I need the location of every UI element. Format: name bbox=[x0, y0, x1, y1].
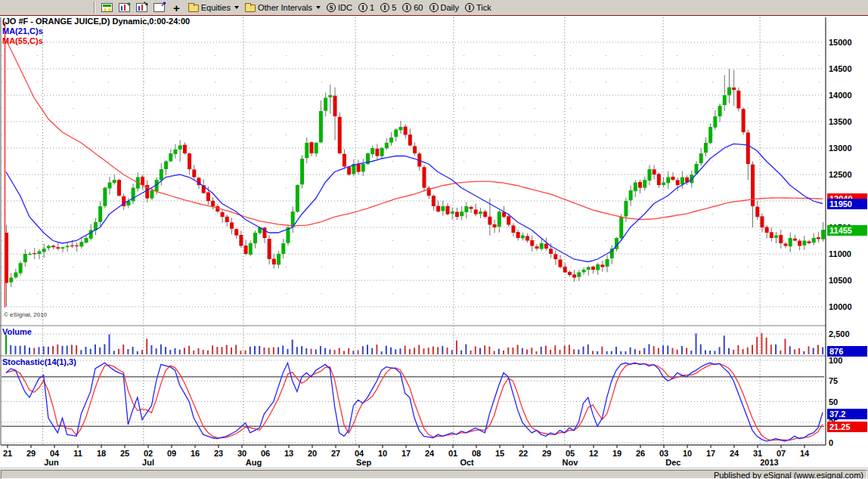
copyright-text: © eSignal, 2010 bbox=[4, 311, 47, 318]
chart-properties-button[interactable]: ↗ bbox=[150, 1, 168, 14]
svg-text:09: 09 bbox=[167, 449, 176, 458]
svg-text:21: 21 bbox=[3, 449, 12, 458]
svg-text:Nov: Nov bbox=[563, 458, 579, 467]
add-symbol-button[interactable]: + bbox=[168, 1, 185, 14]
interval-5-button[interactable]: I 5 bbox=[377, 1, 399, 14]
svg-text:05: 05 bbox=[566, 449, 575, 458]
svg-text:18: 18 bbox=[97, 449, 106, 458]
svg-text:14000: 14000 bbox=[829, 91, 852, 100]
svg-text:Jul: Jul bbox=[142, 458, 154, 467]
svg-text:11: 11 bbox=[73, 449, 82, 458]
chart-title: (JO #F - ORANGE JUICE,D) Dynamic,0:00-24… bbox=[2, 17, 190, 26]
stochastic-pane-label: Stochastic(14(1),3) bbox=[2, 357, 76, 366]
svg-text:08: 08 bbox=[472, 449, 481, 458]
toolbar: + ↘ ↗ + Equities Other Intervals S IDC I… bbox=[0, 0, 868, 15]
svg-text:16: 16 bbox=[191, 449, 200, 458]
svg-text:30: 30 bbox=[237, 449, 246, 458]
other-intervals-dropdown[interactable]: Other Intervals bbox=[242, 1, 324, 14]
svg-text:13500: 13500 bbox=[829, 117, 852, 126]
svg-text:04: 04 bbox=[355, 449, 364, 458]
circle-i-icon: I bbox=[358, 3, 367, 12]
idc-label: IDC bbox=[338, 3, 352, 12]
svg-text:2013: 2013 bbox=[760, 458, 778, 467]
toolbar-spacer bbox=[0, 0, 94, 15]
volume-bars bbox=[5, 333, 823, 354]
equities-dropdown[interactable]: Equities bbox=[185, 1, 242, 14]
new-chart-icon: + bbox=[119, 3, 130, 12]
equities-label: Equities bbox=[201, 3, 231, 12]
quote-board-icon bbox=[101, 3, 113, 12]
svg-text:50: 50 bbox=[829, 397, 838, 406]
svg-text:17: 17 bbox=[706, 449, 715, 458]
svg-text:12500: 12500 bbox=[829, 170, 852, 179]
svg-text:2,500: 2,500 bbox=[829, 329, 850, 338]
status-bar: Published by eSignal (www.esignal.com) bbox=[0, 468, 868, 479]
svg-text:29: 29 bbox=[542, 449, 551, 458]
grid-layer bbox=[2, 17, 824, 445]
svg-text:Jun: Jun bbox=[44, 458, 59, 467]
interval-60-button[interactable]: I 60 bbox=[399, 1, 426, 14]
ma21-price-badge: 11950 bbox=[827, 199, 867, 209]
svg-text:14500: 14500 bbox=[829, 64, 852, 73]
new-chart-button[interactable]: + bbox=[116, 1, 133, 14]
interval-tick-label: Tick bbox=[476, 3, 491, 12]
svg-text:04: 04 bbox=[50, 449, 60, 458]
interval-daily-button[interactable]: I Daily bbox=[426, 1, 462, 14]
folder-icon bbox=[188, 5, 199, 12]
svg-text:01: 01 bbox=[448, 449, 457, 458]
interval-1-button[interactable]: I 1 bbox=[355, 1, 377, 14]
svg-text:14: 14 bbox=[800, 449, 810, 458]
svg-text:02: 02 bbox=[144, 449, 153, 458]
add-icon: + bbox=[171, 2, 182, 14]
svg-text:15000: 15000 bbox=[829, 38, 852, 47]
ma55-line bbox=[6, 40, 823, 226]
svg-text:100: 100 bbox=[829, 356, 842, 365]
chart-canvas[interactable]: 1500014500140001350013000125001200011500… bbox=[0, 16, 868, 469]
candles-layer bbox=[5, 69, 825, 307]
duplicate-chart-icon: ↘ bbox=[136, 3, 147, 12]
chevron-down-icon bbox=[316, 6, 321, 9]
chevron-down-icon bbox=[234, 6, 239, 9]
volume-badge: 876 bbox=[827, 346, 867, 357]
interval-tick-button[interactable]: I Tick bbox=[462, 1, 494, 14]
last-price-badge: 11455 bbox=[827, 225, 867, 236]
idc-source-button[interactable]: S IDC bbox=[324, 1, 355, 14]
date-axis: 2129041118250209162330061320270410172401… bbox=[3, 445, 810, 467]
interval-1-label: 1 bbox=[370, 3, 374, 12]
svg-text:22: 22 bbox=[519, 449, 528, 458]
svg-text:24: 24 bbox=[730, 449, 739, 458]
svg-text:Dec: Dec bbox=[665, 458, 680, 467]
svg-text:31: 31 bbox=[753, 449, 762, 458]
svg-text:27: 27 bbox=[331, 449, 340, 458]
duplicate-chart-button[interactable]: ↘ bbox=[133, 1, 150, 14]
interval-60-label: 60 bbox=[414, 3, 423, 12]
svg-text:07: 07 bbox=[777, 449, 786, 458]
svg-text:10000: 10000 bbox=[829, 302, 852, 311]
interval-5-label: 5 bbox=[392, 3, 396, 12]
circle-i-icon: I bbox=[402, 3, 411, 12]
stoch-k-badge: 37.2 bbox=[827, 409, 867, 419]
svg-text:26: 26 bbox=[636, 449, 645, 458]
svg-text:Sep: Sep bbox=[356, 458, 371, 467]
svg-text:10: 10 bbox=[683, 449, 692, 458]
volume-pane-label: Volume bbox=[2, 327, 32, 336]
svg-text:12: 12 bbox=[589, 449, 598, 458]
circle-s-icon: S bbox=[327, 3, 336, 12]
svg-text:Aug: Aug bbox=[246, 458, 262, 467]
svg-text:0: 0 bbox=[829, 438, 833, 447]
interval-daily-label: Daily bbox=[441, 3, 459, 12]
circle-i-icon: I bbox=[380, 3, 389, 12]
folder-icon bbox=[245, 5, 256, 12]
svg-text:13: 13 bbox=[284, 449, 293, 458]
svg-text:24: 24 bbox=[425, 449, 435, 458]
svg-text:75: 75 bbox=[829, 376, 838, 385]
quote-board-button[interactable] bbox=[98, 1, 116, 14]
svg-text:17: 17 bbox=[401, 449, 411, 458]
toolbar-separator bbox=[94, 2, 95, 14]
svg-text:13000: 13000 bbox=[829, 144, 852, 153]
status-bar-text: Published by eSignal (www.esignal.com) bbox=[1, 470, 867, 479]
axes-layer bbox=[0, 17, 868, 468]
svg-text:29: 29 bbox=[26, 449, 36, 458]
svg-text:15: 15 bbox=[495, 449, 504, 458]
chart-window: 1500014500140001350013000125001200011500… bbox=[0, 15, 868, 468]
